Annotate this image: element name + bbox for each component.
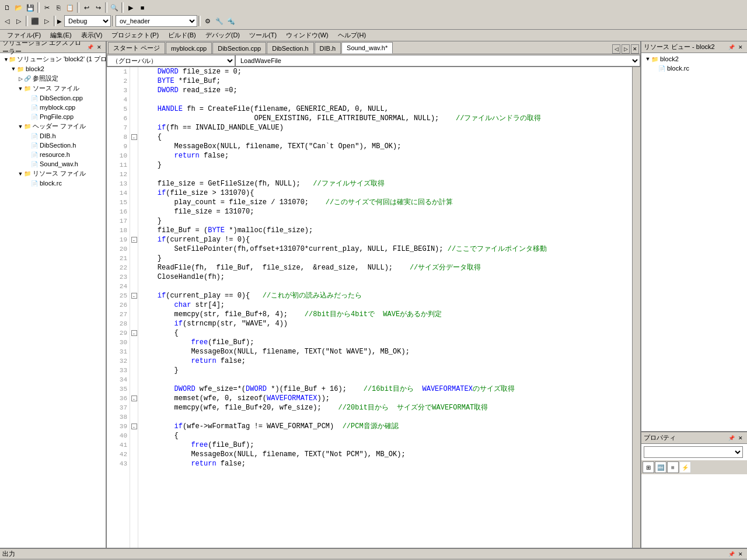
menu-tools[interactable]: ツール(T) <box>245 30 281 41</box>
line-num-22: 22 <box>107 263 127 272</box>
resource-close-button[interactable]: ✕ <box>736 43 745 51</box>
tab-start[interactable]: スタート ページ <box>108 42 165 54</box>
cut-button[interactable]: ✂ <box>41 2 53 13</box>
tree-item-references[interactable]: ▷ 🔗 参照設定 <box>1 74 104 83</box>
vertical-scrollbar[interactable] <box>632 67 640 548</box>
collapse-empty-1 <box>130 67 138 76</box>
toolbar-area: 🗋 📂 💾 ✂ ⎘ 📋 ↩ ↪ 🔍 ▶ ■ ◁ ▷ ⬛ ▷ ▶ Debug ov… <box>0 0 747 30</box>
tab-myblock[interactable]: myblock.cpp <box>166 42 212 54</box>
debug-next-button[interactable]: ▷ <box>13 15 25 27</box>
tree-item-source[interactable]: ▼ 📁 ソース ファイル <box>1 83 104 93</box>
save-button[interactable]: 💾 <box>25 2 36 13</box>
separator-4 <box>121 2 124 13</box>
prop-alpha-button[interactable]: 🔤 <box>655 461 666 473</box>
debug-prev-button[interactable]: ◁ <box>1 15 13 27</box>
copy-button[interactable]: ⎘ <box>53 2 64 13</box>
toolbar-btn-8[interactable]: ⚙ <box>202 15 214 27</box>
tree-item-dibsection-h[interactable]: 📄 DibSection.h <box>1 141 104 150</box>
config-dropdown[interactable]: Debug <box>64 15 111 27</box>
solution-close-button[interactable]: ✕ <box>95 43 103 51</box>
code-line-21: } <box>141 254 630 263</box>
toolbar-btn-10[interactable]: 🔩 <box>225 15 237 27</box>
separator-8 <box>198 16 201 26</box>
collapse-empty-2 <box>130 76 138 86</box>
output-pin-button[interactable]: 📌 <box>727 550 735 558</box>
resource-block2[interactable]: ▼ 📁 block2 <box>643 54 746 64</box>
tab-sound-wav-h[interactable]: Sound_wav.h* <box>341 42 393 54</box>
tab-dib-h[interactable]: DIB.h <box>315 42 341 54</box>
menu-help[interactable]: ヘルプ(H) <box>333 30 371 41</box>
find-button[interactable]: 🔍 <box>109 2 120 13</box>
resource-pin-button[interactable]: 📌 <box>727 43 735 51</box>
resource-h-icon: 📄 <box>30 150 39 159</box>
properties-close-button[interactable]: ✕ <box>736 434 745 442</box>
collapse-markers: ------ <box>130 67 138 548</box>
output-close-button[interactable]: ✕ <box>736 550 745 558</box>
code-content[interactable]: DWORD file_size = 0; BYTE *file_Buf; DWO… <box>138 67 632 548</box>
stop-button[interactable]: ■ <box>137 2 148 13</box>
menu-file[interactable]: ファイル(F) <box>2 30 46 41</box>
tree-item-dibsection-cpp[interactable]: 📄 DibSection.cpp <box>1 93 104 103</box>
tree-item-sound-wav-h[interactable]: 📄 Sound_wav.h <box>1 159 104 169</box>
prop-list-button[interactable]: ≡ <box>667 461 679 473</box>
tab-dibsection-cpp[interactable]: DibSection.cpp <box>212 42 266 54</box>
toolbar-btn-7[interactable]: ▷ <box>41 15 53 27</box>
menu-debug[interactable]: デバッグ(D) <box>201 30 245 41</box>
collapse-box-29[interactable]: - <box>131 330 137 336</box>
undo-button[interactable]: ↩ <box>81 2 92 13</box>
menu-view[interactable]: 表示(V) <box>76 30 107 41</box>
collapse-empty-16 <box>130 207 138 216</box>
ref-arrow: ▷ <box>18 76 23 82</box>
solution-pin-button[interactable]: 📌 <box>86 43 94 51</box>
tree-item-dib-h[interactable]: 📄 DIB.h <box>1 131 104 141</box>
tab-nav-left[interactable]: ◁ <box>612 44 620 54</box>
collapse-empty-33 <box>130 366 138 375</box>
tree-item-block2[interactable]: ▼ 📁 block2 <box>1 64 104 74</box>
collapse-box-39[interactable]: - <box>131 424 137 429</box>
collapse-box-36[interactable]: - <box>131 396 137 401</box>
properties-pin-button[interactable]: 📌 <box>727 434 735 442</box>
menu-edit[interactable]: 編集(E) <box>46 30 76 41</box>
collapse-box-25[interactable]: - <box>131 293 137 299</box>
menu-build[interactable]: ビルド(B) <box>163 30 201 41</box>
tab-myblock-label: myblock.cpp <box>171 45 207 52</box>
prop-sort-button[interactable]: ⊞ <box>643 461 654 473</box>
tab-nav-right[interactable]: ▷ <box>622 44 630 54</box>
new-file-button[interactable]: 🗋 <box>1 2 13 13</box>
collapse-empty-30 <box>130 338 138 347</box>
resource-block-rc[interactable]: 📄 block.rc <box>643 64 746 73</box>
tree-item-pngfile-cpp[interactable]: 📄 PngFile.cpp <box>1 112 104 121</box>
code-line-35: DWORD wfe_size=*(DWORD *)(file_Buf + 16)… <box>141 384 630 394</box>
code-editor[interactable]: 1234567891011121314151617181920212223242… <box>107 67 640 548</box>
tree-item-block-rc[interactable]: 📄 block.rc <box>1 178 104 188</box>
toolbar-btn-9[interactable]: 🔧 <box>214 15 225 27</box>
tree-item-resource-h[interactable]: 📄 resource.h <box>1 150 104 159</box>
properties-panel-header: プロパティ 📌 ✕ <box>641 432 747 444</box>
collapse-box-8[interactable]: - <box>131 134 137 140</box>
tree-item-header[interactable]: ▼ 📁 ヘッダー ファイル <box>1 121 104 131</box>
sound-wav-h-icon: 📄 <box>30 160 39 168</box>
menu-project[interactable]: プロジェクト(P) <box>107 30 163 41</box>
tree-item-resource-folder[interactable]: ▼ 📁 リソース ファイル <box>1 169 104 178</box>
tree-item-solution[interactable]: ▼ 📁 ソリューション 'block2' (1 プロジ. <box>1 54 104 64</box>
code-line-4 <box>141 95 630 104</box>
properties-object-dropdown[interactable] <box>644 446 743 458</box>
toolbar-btn-6[interactable]: ⬛ <box>29 15 41 27</box>
open-button[interactable]: 📂 <box>13 2 25 13</box>
global-dropdown[interactable]: （グローバル） <box>107 55 235 66</box>
paste-button[interactable]: 📋 <box>64 2 76 13</box>
code-line-34 <box>141 375 630 384</box>
line-num-20: 20 <box>107 244 127 254</box>
collapse-box-19[interactable]: - <box>131 237 137 243</box>
header-dropdown[interactable]: ov_header <box>116 15 197 27</box>
tab-dibsection-h[interactable]: DibSection.h <box>267 42 313 54</box>
code-line-8: { <box>141 132 630 142</box>
menu-window[interactable]: ウィンドウ(W) <box>281 30 333 41</box>
build-button[interactable]: ▶ <box>125 2 137 13</box>
line-num-8: 8 <box>107 132 127 142</box>
redo-button[interactable]: ↪ <box>92 2 104 13</box>
prop-event-button[interactable]: ⚡ <box>679 461 691 473</box>
function-dropdown[interactable]: LoadWaveFile <box>235 55 640 66</box>
tab-close[interactable]: ✕ <box>631 44 639 54</box>
tree-item-myblock-cpp[interactable]: 📄 myblock.cpp <box>1 103 104 112</box>
